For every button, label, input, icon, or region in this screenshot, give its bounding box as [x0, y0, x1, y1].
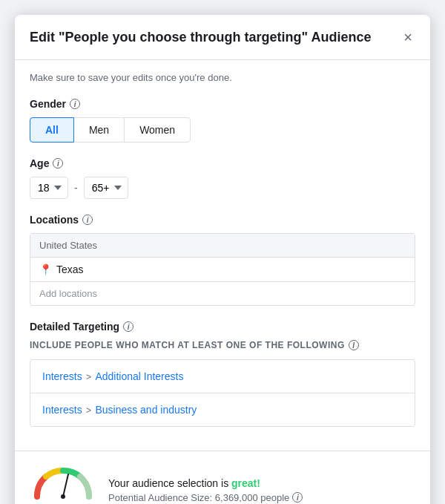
- add-locations-field[interactable]: Add locations: [30, 282, 415, 305]
- save-notice: Make sure to save your edits once you're…: [30, 72, 415, 83]
- location-item: 📍 Texas: [30, 258, 415, 282]
- modal-header: Edit "People you choose through targetin…: [15, 15, 430, 60]
- audience-info: Your audience selection is great! Potent…: [108, 477, 415, 503]
- audience-selection-text: Your audience selection is great!: [108, 477, 415, 489]
- interests-link-0-category[interactable]: Interests: [42, 370, 82, 382]
- include-label: INCLUDE people who match at least ONE of…: [30, 340, 415, 350]
- detailed-targeting-section: Detailed Targeting i INCLUDE people who …: [30, 321, 415, 427]
- location-name: Texas: [56, 264, 84, 275]
- age-row: 18 13 21 25 35 45 55 65 - 65+ 18 21 25 3…: [30, 177, 415, 199]
- gauge-svg: [30, 463, 96, 504]
- age-label: Age i: [30, 157, 415, 169]
- targeting-item-0: Interests > Additional Interests: [30, 360, 415, 393]
- gender-buttons: All Men Women: [30, 117, 415, 143]
- gauge-container: Specific Broad: [30, 463, 96, 504]
- svg-point-1: [61, 494, 65, 499]
- include-info-icon[interactable]: i: [349, 340, 359, 350]
- modal-title: Edit "People you choose through targetin…: [30, 30, 371, 45]
- interests-link-0-subcategory[interactable]: Additional Interests: [95, 370, 183, 382]
- interests-link-1-category[interactable]: Interests: [42, 404, 82, 416]
- potential-size-info-icon[interactable]: i: [292, 492, 303, 503]
- age-section: Age i 18 13 21 25 35 45 55 65 - 65+ 18: [30, 157, 415, 199]
- targeting-item-1: Interests > Business and industry: [30, 393, 415, 426]
- age-info-icon[interactable]: i: [53, 158, 63, 168]
- svg-line-0: [63, 474, 68, 497]
- close-button[interactable]: ×: [400, 27, 415, 48]
- pin-icon: 📍: [39, 264, 52, 275]
- gender-women-button[interactable]: Women: [124, 117, 191, 143]
- modal-container: Edit "People you choose through targetin…: [15, 15, 430, 504]
- locations-label: Locations i: [30, 214, 415, 226]
- modal-body: Make sure to save your edits once you're…: [15, 60, 430, 451]
- locations-info-icon[interactable]: i: [82, 215, 93, 225]
- locations-country: United States: [30, 234, 415, 258]
- chevron-icon-1: >: [84, 405, 94, 416]
- age-dash: -: [74, 182, 78, 194]
- potential-size: Potential Audience Size: 6,369,000 peopl…: [108, 492, 415, 503]
- modal-footer: Specific Broad Your audience selection i…: [15, 451, 430, 504]
- chevron-icon-0: >: [84, 372, 94, 382]
- detailed-targeting-label: Detailed Targeting i: [30, 321, 415, 333]
- age-min-select[interactable]: 18 13 21 25 35 45 55 65: [30, 177, 68, 199]
- gender-info-icon[interactable]: i: [70, 99, 80, 109]
- gender-men-button[interactable]: Men: [73, 117, 125, 143]
- great-label: great!: [231, 477, 260, 489]
- gender-all-button[interactable]: All: [30, 117, 74, 143]
- interests-link-1-subcategory[interactable]: Business and industry: [95, 404, 197, 416]
- locations-box: United States 📍 Texas Add locations: [30, 233, 415, 306]
- detailed-targeting-info-icon[interactable]: i: [123, 321, 134, 332]
- gender-label: Gender i: [30, 98, 415, 110]
- locations-section: Locations i United States 📍 Texas Add lo…: [30, 214, 415, 306]
- age-max-select[interactable]: 65+ 18 21 25 35 45 55 65: [84, 177, 128, 199]
- targeting-box: Interests > Additional Interests Interes…: [30, 359, 415, 427]
- gender-section: Gender i All Men Women: [30, 98, 415, 143]
